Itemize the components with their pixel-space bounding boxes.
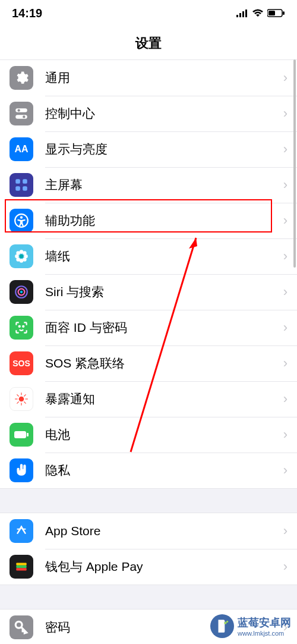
key-icon: [10, 615, 33, 639]
exposure-icon: [10, 387, 33, 411]
row-label: 面容 ID 与密码: [45, 319, 283, 336]
svg-line-39: [24, 394, 26, 396]
svg-point-48: [224, 621, 226, 624]
svg-rect-11: [15, 179, 20, 184]
svg-rect-13: [15, 186, 20, 191]
watermark-url: www.lmkjst.com: [238, 630, 291, 637]
svg-rect-8: [15, 115, 27, 119]
svg-rect-3: [245, 10, 247, 17]
chevron-right-icon: ›: [283, 213, 287, 228]
svg-rect-41: [27, 433, 29, 436]
svg-rect-44: [16, 568, 26, 570]
chevron-right-icon: ›: [283, 391, 287, 407]
sos-icon: SOS: [10, 351, 33, 375]
status-icons: [236, 7, 285, 20]
chevron-right-icon: ›: [283, 284, 287, 300]
battery-icon: [267, 7, 285, 20]
svg-point-24: [16, 257, 20, 262]
row-label: 辅助功能: [45, 212, 283, 229]
status-bar: 14:19: [0, 0, 297, 26]
svg-rect-42: [16, 563, 26, 566]
gear-icon: [10, 66, 33, 90]
row-label: Siri 与搜索: [45, 284, 283, 300]
status-time: 14:19: [12, 7, 42, 20]
row-label: 暴露通知: [45, 391, 283, 407]
chevron-right-icon: ›: [283, 142, 287, 157]
faceid-icon: [10, 316, 33, 340]
chevron-right-icon: ›: [283, 249, 287, 264]
settings-group-2: App Store › 钱包与 Apple Pay ›: [0, 513, 297, 585]
row-label: 主屏幕: [45, 177, 283, 193]
scrollbar[interactable]: [293, 59, 296, 268]
row-accessibility[interactable]: 辅助功能 ›: [0, 203, 297, 238]
toggles-icon: [10, 102, 33, 125]
svg-rect-43: [16, 566, 26, 568]
svg-line-36: [17, 394, 18, 396]
watermark-badge-icon: [210, 614, 234, 638]
settings-screen: 14:19 设置 通用 › 控制中心 › AA 显示与亮度 › 主屏幕 ›: [0, 0, 297, 644]
row-home-screen[interactable]: 主屏幕 ›: [0, 167, 297, 203]
battery-icon: [10, 423, 33, 447]
svg-point-10: [23, 115, 25, 118]
row-exposure[interactable]: 暴露通知 ›: [0, 381, 297, 417]
svg-point-23: [23, 251, 26, 255]
row-battery[interactable]: 电池 ›: [0, 417, 297, 453]
siri-icon: [10, 280, 33, 304]
row-label: SOS 紧急联络: [45, 355, 283, 372]
row-siri[interactable]: Siri 与搜索 ›: [0, 274, 297, 310]
svg-point-28: [20, 291, 23, 293]
row-label: 隐私: [45, 462, 283, 479]
svg-rect-40: [14, 431, 26, 438]
row-display[interactable]: AA 显示与亮度 ›: [0, 131, 297, 167]
svg-line-38: [17, 401, 18, 403]
accessibility-icon: [10, 209, 33, 233]
hand-icon: [10, 458, 33, 482]
signal-icon: [236, 7, 248, 20]
watermark-text: 蓝莓安卓网: [238, 615, 291, 630]
row-sos[interactable]: SOS SOS 紧急联络 ›: [0, 345, 297, 381]
watermark: 蓝莓安卓网 www.lmkjst.com: [210, 614, 291, 638]
settings-group-1: 通用 › 控制中心 › AA 显示与亮度 › 主屏幕 › 辅助功能 › 墙纸 ›: [0, 59, 297, 489]
row-label: 墙纸: [45, 248, 283, 265]
row-general[interactable]: 通用 ›: [0, 60, 297, 96]
text-size-icon: AA: [10, 137, 33, 161]
row-privacy[interactable]: 隐私 ›: [0, 453, 297, 488]
chevron-right-icon: ›: [283, 177, 287, 193]
svg-point-22: [16, 251, 20, 255]
svg-point-16: [20, 216, 23, 218]
row-label: App Store: [45, 524, 283, 538]
svg-rect-5: [268, 11, 275, 15]
svg-rect-12: [23, 179, 27, 184]
svg-point-9: [18, 109, 20, 111]
row-label: 通用: [45, 70, 283, 86]
svg-rect-14: [23, 186, 27, 191]
chevron-right-icon: ›: [283, 70, 287, 86]
chevron-right-icon: ›: [283, 523, 287, 539]
row-wallet[interactable]: 钱包与 Apple Pay ›: [0, 549, 297, 585]
home-grid-icon: [10, 173, 33, 197]
row-wallpaper[interactable]: 墙纸 ›: [0, 238, 297, 274]
svg-line-37: [24, 401, 26, 403]
appstore-icon: [10, 519, 33, 543]
flower-icon: [10, 244, 33, 268]
row-control-center[interactable]: 控制中心 ›: [0, 96, 297, 131]
svg-point-29: [19, 326, 20, 327]
svg-rect-7: [15, 108, 27, 112]
svg-rect-2: [242, 11, 244, 17]
svg-point-25: [23, 257, 26, 262]
svg-rect-0: [236, 15, 238, 17]
svg-rect-6: [283, 11, 285, 15]
svg-point-17: [20, 255, 24, 259]
svg-point-31: [19, 397, 24, 402]
row-label: 控制中心: [45, 105, 283, 122]
chevron-right-icon: ›: [283, 106, 287, 121]
wallet-icon: [10, 555, 33, 579]
row-faceid[interactable]: 面容 ID 与密码 ›: [0, 310, 297, 345]
row-appstore[interactable]: App Store ›: [0, 513, 297, 549]
svg-point-49: [226, 621, 228, 623]
svg-rect-1: [239, 13, 241, 17]
chevron-right-icon: ›: [283, 427, 287, 442]
chevron-right-icon: ›: [283, 559, 287, 574]
chevron-right-icon: ›: [283, 320, 287, 335]
page-title: 设置: [0, 26, 297, 59]
